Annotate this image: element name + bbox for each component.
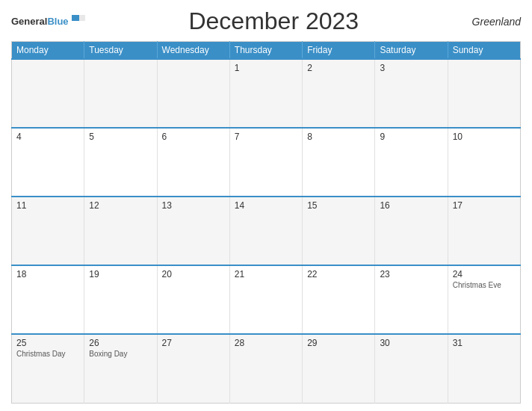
day-cell-empty-4 [448, 59, 520, 128]
day-cell-30: 30 [375, 334, 448, 403]
logo-flag-icon [70, 12, 87, 31]
day-cell-5: 5 [84, 128, 157, 197]
logo-blue: Blue [47, 16, 68, 27]
day-cell-29: 29 [303, 334, 375, 403]
header-wednesday: Wednesday [157, 42, 229, 60]
day-cell-1: 1 [229, 59, 302, 128]
day-cell-15: 15 [303, 197, 375, 265]
day-cell-10: 10 [448, 128, 520, 197]
calendar-week-3: 11 12 13 14 15 16 17 [12, 197, 521, 265]
header-monday: Monday [12, 42, 84, 60]
day-cell-25: 25 Christmas Day [12, 334, 84, 403]
day-cell-6: 6 [157, 128, 229, 197]
day-cell-7: 7 [229, 128, 302, 197]
header-sunday: Sunday [448, 42, 520, 60]
logo: GeneralBlue [11, 12, 87, 31]
day-cell-11: 11 [12, 197, 84, 265]
day-cell-3: 3 [375, 59, 448, 128]
day-cell-empty-3 [157, 59, 229, 128]
day-cell-28: 28 [229, 334, 302, 403]
day-cell-16: 16 [375, 197, 448, 265]
day-cell-27: 27 [157, 334, 229, 403]
svg-marker-1 [72, 15, 79, 21]
day-cell-2: 2 [303, 59, 375, 128]
day-cell-21: 21 [229, 265, 302, 334]
logo-general: General [11, 16, 47, 27]
day-cell-4: 4 [12, 128, 84, 197]
day-cell-26: 26 Boxing Day [84, 334, 157, 403]
weekday-header-row: Monday Tuesday Wednesday Thursday Friday… [12, 42, 521, 60]
calendar-table: Monday Tuesday Wednesday Thursday Friday… [11, 41, 521, 404]
svg-marker-2 [79, 15, 85, 21]
day-cell-12: 12 [84, 197, 157, 265]
header-friday: Friday [303, 42, 375, 60]
header-saturday: Saturday [375, 42, 448, 60]
day-cell-empty-1 [12, 59, 84, 128]
day-cell-13: 13 [157, 197, 229, 265]
day-cell-17: 17 [448, 197, 520, 265]
calendar-week-5: 25 Christmas Day 26 Boxing Day 27 28 29 … [12, 334, 521, 403]
header-tuesday: Tuesday [84, 42, 157, 60]
day-cell-24: 24 Christmas Eve [448, 265, 520, 334]
day-cell-9: 9 [375, 128, 448, 197]
day-cell-empty-2 [84, 59, 157, 128]
region-label: Greenland [461, 16, 521, 28]
day-cell-8: 8 [303, 128, 375, 197]
calendar-page: GeneralBlue December 2023 Greenland Mond… [0, 0, 532, 411]
day-cell-23: 23 [375, 265, 448, 334]
day-cell-31: 31 [448, 334, 520, 403]
page-header: GeneralBlue December 2023 Greenland [11, 7, 521, 35]
day-cell-14: 14 [229, 197, 302, 265]
header-thursday: Thursday [229, 42, 302, 60]
day-cell-18: 18 [12, 265, 84, 334]
calendar-week-4: 18 19 20 21 22 23 24 Christmas Eve [12, 265, 521, 334]
calendar-week-1: 1 2 3 [12, 59, 521, 128]
calendar-week-2: 4 5 6 7 8 9 10 [12, 128, 521, 197]
day-cell-20: 20 [157, 265, 229, 334]
day-cell-19: 19 [84, 265, 157, 334]
page-title: December 2023 [87, 7, 461, 35]
day-cell-22: 22 [303, 265, 375, 334]
